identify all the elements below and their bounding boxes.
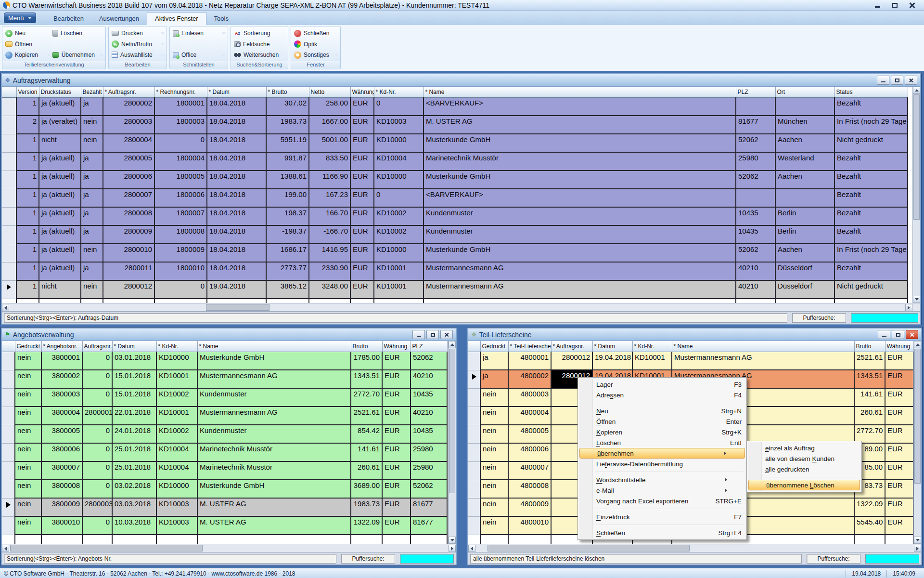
toolbar-button-office[interactable]: Office	[173, 50, 226, 60]
table-cell[interactable]: nein	[480, 498, 508, 516]
table-cell[interactable]: -166.70	[309, 225, 350, 244]
table-cell[interactable]: 3865.12	[266, 280, 309, 299]
table-cell[interactable]: KD10001	[156, 370, 197, 388]
table-cell[interactable]: 166.70	[309, 207, 350, 225]
submenu-item-alle-von-diesem-kunden[interactable]: alle von diesem Kunden	[748, 453, 860, 464]
table-row[interactable]: nein3800006025.01.2018KD10004Marinetechn…	[2, 443, 447, 461]
table-cell[interactable]: 4800001	[508, 352, 551, 370]
table-cell[interactable]: 2800001	[82, 407, 112, 425]
table-cell[interactable]: Aachen	[775, 244, 834, 262]
table-cell[interactable]: EUR	[885, 516, 913, 535]
table-cell[interactable]: 1800005	[154, 171, 207, 189]
toolbar-button-übernehmen[interactable]: Übernehmen	[52, 50, 103, 60]
table-cell[interactable]: 991.87	[266, 152, 309, 171]
table-cell[interactable]: 2800009	[103, 225, 154, 244]
table-cell[interactable]: 1166.90	[309, 171, 350, 189]
table-cell[interactable]: 1667.00	[309, 116, 350, 134]
column-header-währung[interactable]: Währung	[885, 341, 913, 352]
table-row[interactable]: nein3800007025.01.2018KD10004Marinetechn…	[2, 461, 447, 480]
table-cell[interactable]: 3800003	[41, 388, 82, 407]
table-cell[interactable]: 4800004	[508, 407, 551, 425]
column-header-ort[interactable]: Ort	[775, 87, 834, 97]
row-selector[interactable]	[2, 189, 16, 207]
table-cell[interactable]: M. USTER AG	[197, 498, 351, 516]
table-cell[interactable]: 18.04.2018	[207, 152, 266, 171]
table-row[interactable]: 2ja (veraltet)nein2800003180000318.04.20…	[2, 116, 908, 134]
table-row[interactable]: nein3800005024.01.2018KD10002Kundenmuste…	[2, 425, 447, 443]
table-cell[interactable]: 1	[16, 244, 39, 262]
chevron-down-icon[interactable]	[100, 54, 103, 56]
toolbar-button-kopieren[interactable]: Kopieren	[5, 50, 51, 60]
puffersuche-input[interactable]	[851, 313, 918, 323]
scroll-left-icon[interactable]	[2, 304, 9, 311]
tab-aktives-fenster[interactable]: Aktives Fenster	[147, 12, 206, 25]
submenu-item-alle-gedruckten[interactable]: alle gedruckten	[748, 464, 860, 474]
table-cell[interactable]: 4800003	[508, 388, 551, 407]
table-cell[interactable]: Nicht gedruckt	[834, 134, 908, 152]
offers-close-button[interactable]	[440, 330, 453, 339]
table-cell[interactable]: ja (aktuell)	[39, 97, 81, 116]
column-header-auftragsnr[interactable]: * Auftragsnr.	[103, 87, 154, 97]
table-cell[interactable]: 81677	[411, 498, 447, 516]
row-selector[interactable]	[468, 516, 480, 535]
table-cell[interactable]: ja	[480, 352, 508, 370]
menu-item-neu[interactable]: NeuStrg+N	[579, 406, 745, 416]
table-cell[interactable]: 18.04.2018	[207, 189, 266, 207]
table-cell[interactable]: KD10001	[374, 262, 424, 280]
scroll-left-icon[interactable]	[2, 545, 9, 552]
table-cell[interactable]: 81677	[411, 516, 447, 535]
table-cell[interactable]: Aachen	[775, 171, 834, 189]
table-row[interactable]: 1nichtnein2800012019.04.20183865.123248.…	[2, 280, 908, 299]
table-cell[interactable]: Mustermannesmann AG	[197, 407, 351, 425]
scrollbar-thumb[interactable]	[488, 545, 690, 552]
menu-item-übernehmen[interactable]: übernehmen	[579, 448, 745, 459]
row-selector[interactable]	[2, 407, 15, 425]
table-cell[interactable]: Musterkunde GmbH	[197, 480, 351, 498]
row-selector[interactable]	[2, 280, 16, 299]
row-selector[interactable]	[468, 388, 480, 407]
table-cell[interactable]: Düsseldorf	[775, 262, 834, 280]
table-cell[interactable]: 1800006	[154, 189, 207, 207]
table-row[interactable]: nein3800002015.01.2018KD10001Mustermanne…	[2, 370, 447, 388]
column-header-brutto[interactable]: * Brutto	[266, 87, 309, 97]
table-cell[interactable]: 2800003	[103, 116, 154, 134]
table-cell[interactable]: EUR	[382, 407, 411, 425]
offers-vertical-scrollbar[interactable]	[448, 341, 456, 544]
table-cell[interactable]: 10435	[736, 207, 775, 225]
table-cell[interactable]: KD10003	[374, 116, 424, 134]
row-selector[interactable]	[2, 207, 16, 225]
table-cell[interactable]: 141.61	[854, 388, 885, 407]
table-cell[interactable]: 4800008	[508, 480, 551, 498]
table-cell[interactable]: 2521.61	[351, 407, 382, 425]
table-cell[interactable]: 2800012	[103, 280, 154, 299]
table-cell[interactable]: EUR	[885, 425, 913, 443]
table-cell[interactable]	[736, 189, 775, 207]
table-cell[interactable]: KD10002	[374, 207, 424, 225]
tab-tools[interactable]: Tools	[206, 13, 236, 25]
table-cell[interactable]: 1983.73	[266, 116, 309, 134]
table-cell[interactable]: EUR	[350, 116, 374, 134]
table-cell[interactable]: 18.04.2018	[207, 171, 266, 189]
table-cell[interactable]: 25980	[411, 461, 447, 480]
toolbar-button-optik[interactable]: Optik	[294, 39, 338, 49]
table-cell[interactable]: EUR	[885, 480, 913, 498]
table-cell[interactable]: Kundenmuster	[424, 207, 736, 225]
toolbar-button-sonstiges[interactable]: ✱Sonstiges	[294, 50, 338, 60]
scrollbar-thumb[interactable]	[10, 545, 203, 552]
offers-window-titlebar[interactable]: ⚑ Angebotsverwaltung	[2, 328, 456, 341]
table-cell[interactable]: 854.42	[351, 425, 382, 443]
table-cell[interactable]: 2772.70	[351, 388, 382, 407]
table-cell[interactable]: ja	[81, 152, 103, 171]
table-cell[interactable]: Musterkunde GmbH	[424, 171, 736, 189]
toolbar-button-auswahlliste[interactable]: Auswahlliste	[112, 50, 165, 60]
table-cell[interactable]: 18.04.2018	[207, 116, 266, 134]
table-cell[interactable]: EUR	[382, 461, 411, 480]
delivery-minimize-button[interactable]	[878, 330, 890, 339]
table-cell[interactable]: 5001.00	[309, 134, 350, 152]
table-cell[interactable]: EUR	[350, 262, 374, 280]
table-cell[interactable]: nein	[15, 370, 41, 388]
table-cell[interactable]: nein	[480, 388, 508, 407]
table-cell[interactable]: 52062	[736, 134, 775, 152]
column-header-angebotsnr[interactable]: * Angebotsnr.	[41, 341, 82, 352]
menu-item-löschen[interactable]: LöschenEntf	[579, 437, 745, 448]
